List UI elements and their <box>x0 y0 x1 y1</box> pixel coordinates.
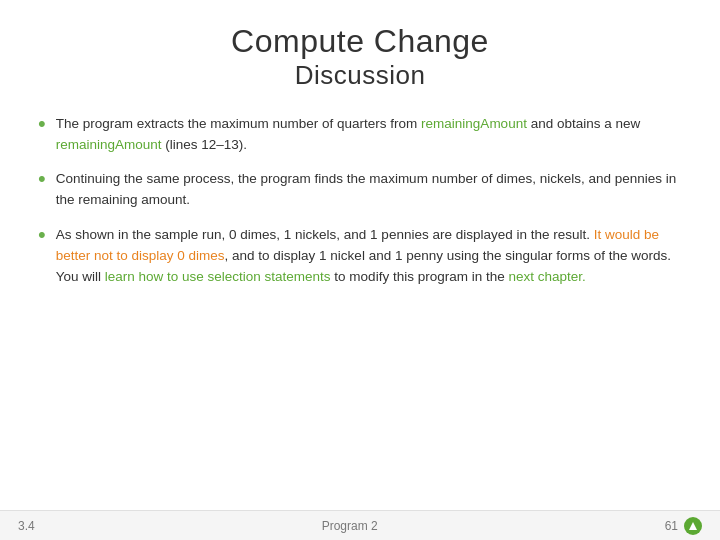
content-area: • The program extracts the maximum numbe… <box>0 106 720 510</box>
bullet-text-3: As shown in the sample run, 0 dimes, 1 n… <box>56 225 682 288</box>
orange-text-1: It would be better not to display 0 dime… <box>56 227 659 263</box>
footer-icon <box>684 517 702 535</box>
bullet-dot-3: • <box>38 223 46 247</box>
title-main: Compute Change <box>40 22 680 60</box>
green-text-chapter: next chapter. <box>508 269 585 284</box>
svg-marker-0 <box>689 522 697 530</box>
bullet-dot-1: • <box>38 112 46 136</box>
bullet-item-2: • Continuing the same process, the progr… <box>38 169 682 211</box>
slide-container: Compute Change Discussion • The program … <box>0 0 720 540</box>
bullet-item-1: • The program extracts the maximum numbe… <box>38 114 682 156</box>
footer-program-label: Program 2 <box>322 519 378 533</box>
title-sub: Discussion <box>40 60 680 91</box>
bullet-text-1: The program extracts the maximum number … <box>56 114 682 156</box>
footer-section-number: 3.4 <box>18 519 35 533</box>
footer-page-number: 61 <box>665 517 702 535</box>
slide-footer: 3.4 Program 2 61 <box>0 510 720 540</box>
slide-header: Compute Change Discussion <box>0 0 720 106</box>
bullet-text-2: Continuing the same process, the program… <box>56 169 682 211</box>
bullet-dot-2: • <box>38 167 46 191</box>
bullet-item-3: • As shown in the sample run, 0 dimes, 1… <box>38 225 682 288</box>
remaining-amount-link-2: remainingAmount <box>56 137 162 152</box>
remaining-amount-link-1: remainingAmount <box>421 116 527 131</box>
green-text-selection: learn how to use selection statements <box>105 269 331 284</box>
